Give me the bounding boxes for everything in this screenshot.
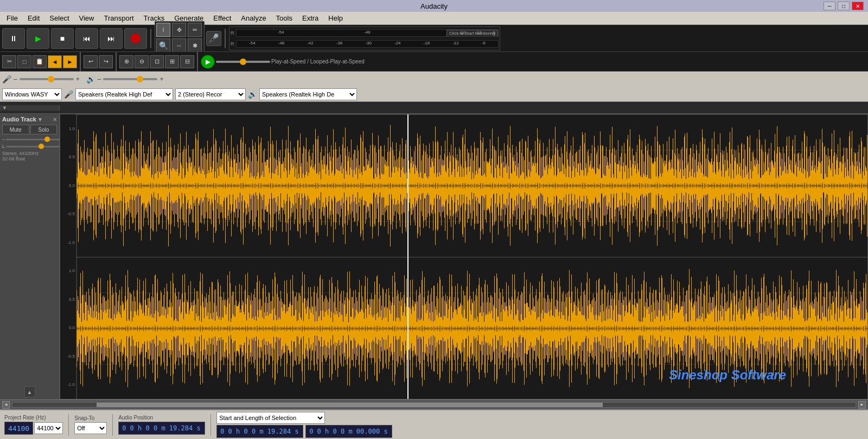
project-rate-group: Project Rate (Hz) 44100 44100 48000 <box>4 415 63 435</box>
selection-group: Start and Length of Selection 0 0 h 0 0 … <box>216 412 392 438</box>
redo-button[interactable]: ↪ <box>99 55 113 68</box>
watermark-text: Sineshop Software <box>669 367 786 383</box>
menu-analyze[interactable]: Analyze <box>237 13 270 23</box>
selection-tool-button[interactable]: I <box>156 23 170 37</box>
scroll-left-button[interactable]: ◄ <box>2 401 10 409</box>
channels-select[interactable]: 2 (Stereo) Recor <box>175 88 246 100</box>
play-button[interactable]: ▶ <box>27 28 49 49</box>
mute-button[interactable]: Mute <box>2 125 29 134</box>
menu-select[interactable]: Select <box>45 13 73 23</box>
trim-right-button[interactable]: ► <box>63 55 77 68</box>
paste-button[interactable]: 📋 <box>33 55 47 68</box>
vol-plus-right: + <box>159 75 163 83</box>
waveform-display[interactable]: 1.0 0.5 0.0 -0.5 -1.0 1.0 0.5 0.0 -0.5 -… <box>60 114 868 399</box>
gain-control-row: – + <box>2 137 57 142</box>
menu-view[interactable]: View <box>75 13 99 23</box>
start-monitoring-button[interactable]: Click to Start Monitoring <box>446 30 498 37</box>
mic-button[interactable]: 🎤 <box>206 31 221 46</box>
playback-speed-slider[interactable] <box>216 61 270 63</box>
mic-device-icon: 🎤 <box>64 90 73 99</box>
output-volume-slider[interactable] <box>103 78 157 80</box>
maximize-button[interactable]: □ <box>838 2 850 10</box>
mic-icon: 🎤 <box>2 75 11 83</box>
y-label-0-0-top: 0.0 <box>69 183 75 188</box>
y-label-0-0-bot: 0.0 <box>69 325 75 330</box>
audio-position-value: 0 0 h 0 0 m 19.284 s <box>118 422 205 435</box>
multitool-button[interactable]: ✥ <box>172 23 186 37</box>
status-bar: Project Rate (Hz) 44100 44100 48000 Snap… <box>0 409 868 439</box>
envelope-tool-button[interactable]: ↔ <box>172 38 186 53</box>
solo-button[interactable]: Solo <box>30 125 58 134</box>
stop-button[interactable]: ■ <box>51 28 74 49</box>
zoom-in-button[interactable]: ⊕ <box>119 55 133 68</box>
cut-button[interactable]: ✂ <box>2 55 16 68</box>
record-dot <box>131 34 141 43</box>
zoom-tool-button[interactable]: 🔍 <box>156 38 170 53</box>
y-label-neg1-0-top: -1.0 <box>67 240 75 245</box>
snap-to-group: Snap-To Off On <box>74 415 107 434</box>
timeline-left-spacer: ▼ <box>2 105 7 111</box>
toolbar-separator-2 <box>225 29 226 48</box>
selection-length-value: 0 0 h 0 0 m 00.000 s <box>305 425 392 438</box>
project-rate-select[interactable]: 44100 48000 <box>34 422 63 434</box>
status-sep-1 <box>68 414 69 436</box>
output-device-select[interactable]: Speakers (Realtek High De <box>259 88 357 100</box>
pause-button[interactable]: ⏸ <box>2 28 25 49</box>
play-at-speed-button[interactable]: ▶ <box>201 55 215 69</box>
track-info: Stereo, 44100Hz <box>2 151 57 156</box>
horizontal-scrollbar[interactable]: ◄ ► <box>0 399 868 409</box>
trim-left-button[interactable]: ◄ <box>48 55 62 68</box>
minimize-button[interactable]: ─ <box>824 2 835 10</box>
zoom-fit-button[interactable]: ⊞ <box>165 55 179 68</box>
zoom-selection-button[interactable]: ⊡ <box>150 55 164 68</box>
toolbar-separator-3 <box>80 52 81 72</box>
skip-fwd-button[interactable]: ⏭ <box>100 28 123 49</box>
scroll-right-button[interactable]: ► <box>858 401 866 409</box>
track-name: Audio Track <box>2 116 36 122</box>
track-collapse-button[interactable]: ▲ <box>24 386 35 397</box>
undo-button[interactable]: ↩ <box>84 55 98 68</box>
volume-controls-row: 🎤 – + 🔊 – + <box>0 72 868 87</box>
multi2-tool-button[interactable]: ✱ <box>188 38 202 53</box>
draw-tool-button[interactable]: ✏ <box>188 23 202 37</box>
window-controls: ─ □ ✕ <box>824 2 864 10</box>
close-button[interactable]: ✕ <box>852 2 864 10</box>
menu-edit[interactable]: Edit <box>23 13 44 23</box>
track-close-button[interactable]: ✕ <box>53 117 57 122</box>
waveform-canvas[interactable] <box>76 114 868 399</box>
audio-position-label: Audio Position <box>118 415 205 421</box>
vol-minus-right: – <box>98 75 101 83</box>
record-button[interactable] <box>124 28 147 49</box>
toolbar-separator-4 <box>116 52 117 72</box>
menu-tools[interactable]: Tools <box>272 13 297 23</box>
track-dropdown-arrow[interactable]: ▼ <box>37 117 43 122</box>
input-volume-slider[interactable] <box>20 78 74 80</box>
input-device-select[interactable]: Speakers (Realtek High Def <box>75 88 173 100</box>
toolbar-separator-1 <box>150 29 151 48</box>
snap-to-select[interactable]: Off On <box>74 422 107 434</box>
toolbar-separator-5 <box>197 52 198 72</box>
playhead-line <box>407 114 409 399</box>
y-label-0-5-top: 0.5 <box>69 154 75 159</box>
y-label-0-5-bot: 0.5 <box>69 297 75 302</box>
menu-effect[interactable]: Effect <box>209 13 235 23</box>
pan-control-row: L R <box>2 144 57 149</box>
scroll-track[interactable] <box>12 402 856 408</box>
menu-transport[interactable]: Transport <box>99 13 138 23</box>
project-rate-value: 44100 <box>4 422 33 435</box>
menu-file[interactable]: File <box>2 13 22 23</box>
vol-minus-left: – <box>14 75 17 83</box>
scroll-thumb <box>97 403 602 407</box>
play-at-speed-label: Play-at-Speed / Looped-Play-at-Speed <box>271 59 365 64</box>
copy-button[interactable]: □ <box>17 55 31 68</box>
zoom-reset-button[interactable]: ⊟ <box>180 55 194 68</box>
mute-solo-row: Mute Solo <box>2 125 57 134</box>
menu-extra[interactable]: Extra <box>298 13 323 23</box>
selection-mode-select[interactable]: Start and Length of Selection <box>216 412 325 424</box>
status-sep-3 <box>210 414 211 436</box>
zoom-out-button[interactable]: ⊖ <box>135 55 149 68</box>
skip-back-button[interactable]: ⏮ <box>75 28 98 49</box>
input-host-select[interactable]: Windows WASY <box>2 88 62 100</box>
menu-help[interactable]: Help <box>324 13 347 23</box>
title-bar: Audacity ─ □ ✕ <box>0 0 868 12</box>
